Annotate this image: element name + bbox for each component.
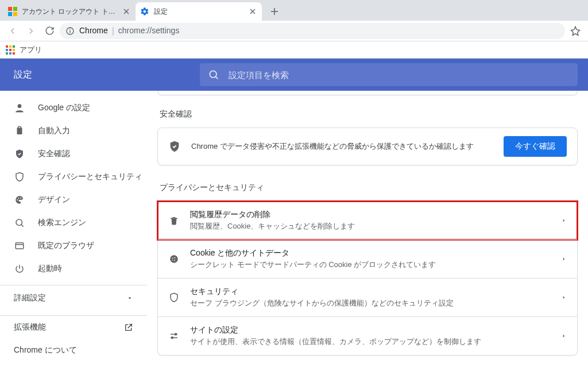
clipboard-icon: [14, 126, 25, 136]
search-icon: [208, 69, 219, 80]
svg-rect-5: [69, 30, 70, 33]
sidebar-item-privacy[interactable]: プライバシーとセキュリティ: [0, 165, 147, 188]
row-desc: 閲覧履歴、Cookie、キャッシュなどを削除します: [190, 221, 551, 231]
svg-rect-1: [13, 7, 17, 11]
sidebar-item-label: 起動時: [38, 264, 62, 274]
safety-check-button[interactable]: 今すぐ確認: [504, 136, 567, 157]
svg-point-14: [16, 219, 22, 226]
section-title-safety: 安全確認: [160, 109, 578, 119]
cookie-icon: [168, 254, 180, 264]
sidebar-item-label: デザイン: [38, 195, 70, 205]
gear-favicon: [140, 7, 149, 16]
sidebar-item-label: Google の設定: [38, 103, 90, 113]
sidebar-extensions[interactable]: 拡張機能: [0, 316, 147, 339]
sidebar-item-label: 既定のブラウザ: [38, 241, 94, 251]
safety-check-text: Chrome でデータ侵害や不正な拡張機能などの脅威から保護できているか確認しま…: [191, 141, 493, 152]
sidebar-item-google[interactable]: Google の設定: [0, 96, 147, 119]
row-title: Cookie と他のサイトデータ: [190, 248, 551, 258]
svg-point-23: [172, 337, 173, 339]
new-tab-button[interactable]: [266, 3, 283, 20]
address-bar[interactable]: Chrome｜chrome://settings: [60, 23, 565, 39]
settings-main: 安全確認 Chrome でデータ侵害や不正な拡張機能などの脅威から保護できている…: [147, 91, 588, 371]
svg-point-8: [18, 104, 22, 108]
shield-icon: [14, 172, 25, 182]
chevron-right-icon: [561, 218, 567, 223]
row-desc: サイトが使用、表示できる情報（位置情報、カメラ、ポップアップなど）を制御します: [190, 337, 551, 347]
svg-rect-16: [171, 218, 177, 219]
row-desc: セーフ ブラウジング（危険なサイトからの保護機能）などのセキュリティ設定: [190, 298, 551, 308]
browser-tab-ms[interactable]: アカウント ロックアウト トラブルシューティング: [3, 2, 136, 21]
svg-rect-6: [69, 29, 70, 29]
chevron-right-icon: [561, 256, 567, 262]
svg-point-20: [174, 260, 175, 261]
safety-check-card: Chrome でデータ侵害や不正な拡張機能などの脅威から保護できているか確認しま…: [157, 127, 578, 165]
sidebar-item-label: 安全確認: [38, 149, 70, 159]
tab-close-icon[interactable]: [248, 7, 257, 16]
sidebar-about[interactable]: Chrome について: [0, 339, 147, 362]
sidebar-advanced[interactable]: 詳細設定: [0, 285, 147, 311]
sidebar-item-autofill[interactable]: 自動入力: [0, 119, 147, 142]
sidebar-item-search[interactable]: 検索エンジン: [0, 211, 147, 234]
sidebar-item-label: 検索エンジン: [38, 218, 86, 228]
row-security[interactable]: セキュリティ セーフ ブラウジング（危険なサイトからの保護機能）などのセキュリテ…: [158, 278, 577, 316]
bookmark-star-icon[interactable]: [567, 23, 583, 39]
svg-rect-0: [8, 7, 12, 11]
previous-section-card-stub: [157, 91, 578, 95]
bookmark-apps[interactable]: アプリ: [6, 45, 42, 55]
svg-point-11: [17, 199, 18, 200]
row-title: サイトの設定: [190, 325, 551, 335]
row-title: セキュリティ: [190, 287, 551, 297]
shield-check-icon: [168, 140, 181, 153]
row-cookies[interactable]: Cookie と他のサイトデータ シークレット モードでサードパーティの Coo…: [158, 239, 577, 278]
omnibox-origin: Chrome｜chrome://settings: [79, 26, 179, 36]
svg-point-17: [170, 255, 178, 263]
ms-favicon: [8, 7, 17, 16]
chevron-right-icon: [561, 333, 567, 339]
sidebar-item-default-browser[interactable]: 既定のブラウザ: [0, 234, 147, 257]
svg-point-7: [210, 71, 216, 78]
sidebar-item-label: 自動入力: [38, 126, 70, 136]
browser-tab-settings[interactable]: 設定: [136, 2, 262, 21]
row-clear-browsing-data[interactable]: 閲覧履歴データの削除 閲覧履歴、Cookie、キャッシュなどを削除します: [158, 202, 577, 239]
person-icon: [14, 102, 25, 114]
palette-icon: [14, 195, 25, 205]
sidebar-item-appearance[interactable]: デザイン: [0, 188, 147, 211]
tab-title: アカウント ロックアウト トラブルシューティング: [22, 7, 117, 17]
tab-strip: アカウント ロックアウト トラブルシューティング 設定: [0, 0, 588, 21]
svg-rect-15: [16, 243, 24, 249]
svg-point-19: [175, 257, 176, 258]
svg-point-12: [18, 198, 20, 199]
settings-search-input[interactable]: [227, 69, 570, 80]
reload-button[interactable]: [41, 23, 57, 39]
settings-body: Google の設定 自動入力 安全確認 プライバシーとセキュリティ デザイン …: [0, 91, 588, 371]
forward-button[interactable]: [23, 23, 39, 39]
back-button[interactable]: [5, 23, 21, 39]
sidebar-item-startup[interactable]: 起動時: [0, 257, 147, 280]
tab-close-icon[interactable]: [122, 7, 131, 16]
settings-sidebar: Google の設定 自動入力 安全確認 プライバシーとセキュリティ デザイン …: [0, 91, 147, 371]
svg-rect-3: [13, 12, 17, 16]
sidebar-extensions-label: 拡張機能: [14, 322, 46, 333]
sidebar-item-label: プライバシーとセキュリティ: [38, 172, 142, 182]
sidebar-advanced-label: 詳細設定: [14, 293, 46, 303]
bookmarks-bar: アプリ: [0, 41, 588, 59]
apps-label: アプリ: [20, 45, 42, 55]
privacy-card: 閲覧履歴データの削除 閲覧履歴、Cookie、キャッシュなどを削除します Coo…: [157, 201, 578, 355]
svg-point-21: [172, 260, 173, 261]
open-in-new-icon: [124, 323, 133, 332]
window-icon: [14, 241, 25, 251]
row-site-settings[interactable]: サイトの設定 サイトが使用、表示できる情報（位置情報、カメラ、ポップアップなど）…: [158, 316, 577, 355]
sidebar-item-safety[interactable]: 安全確認: [0, 142, 147, 165]
apps-grid-icon: [6, 45, 15, 55]
svg-point-22: [175, 334, 177, 335]
svg-point-18: [172, 258, 173, 259]
search-icon: [14, 218, 25, 228]
settings-search[interactable]: [200, 63, 578, 86]
toolbar: Chrome｜chrome://settings: [0, 21, 588, 41]
sidebar-about-label: Chrome について: [14, 345, 77, 355]
site-info-icon[interactable]: [65, 26, 75, 36]
chevron-right-icon: [561, 295, 567, 300]
trash-icon: [168, 215, 180, 226]
settings-title: 設定: [0, 59, 200, 91]
svg-point-13: [20, 198, 21, 199]
